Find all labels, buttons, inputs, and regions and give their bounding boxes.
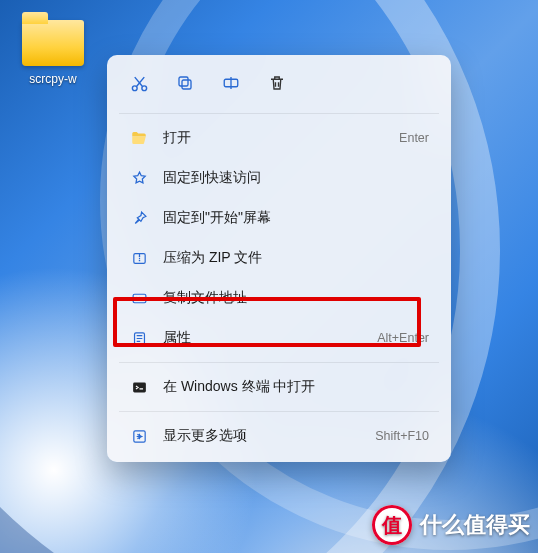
properties-icon xyxy=(129,328,149,348)
delete-button[interactable] xyxy=(257,63,297,103)
menu-compress-zip[interactable]: 压缩为 ZIP 文件 xyxy=(115,238,443,278)
separator xyxy=(119,411,439,412)
menu-label: 显示更多选项 xyxy=(163,427,375,445)
svg-rect-8 xyxy=(133,382,146,392)
watermark-badge: 值 什么值得买 xyxy=(372,505,530,545)
context-menu: 打开 Enter 固定到快速访问 固定到"开始"屏幕 压缩为 ZIP 文件 复制… xyxy=(107,55,451,462)
zip-icon xyxy=(129,248,149,268)
menu-label: 复制文件地址 xyxy=(163,289,429,307)
rename-button[interactable] xyxy=(211,63,251,103)
svg-rect-3 xyxy=(179,77,188,86)
menu-shortcut: Alt+Enter xyxy=(377,331,429,345)
menu-label: 固定到"开始"屏幕 xyxy=(163,209,429,227)
context-toolbar xyxy=(111,63,447,109)
menu-label: 打开 xyxy=(163,129,399,147)
svg-point-0 xyxy=(132,85,137,90)
menu-label: 固定到快速访问 xyxy=(163,169,429,187)
cut-button[interactable] xyxy=(119,63,159,103)
rename-icon xyxy=(222,74,240,92)
watermark-icon: 值 xyxy=(372,505,412,545)
more-options-icon xyxy=(129,426,149,446)
menu-pin-quick-access[interactable]: 固定到快速访问 xyxy=(115,158,443,198)
folder-icon xyxy=(22,20,84,66)
menu-properties[interactable]: 属性 Alt+Enter xyxy=(115,318,443,358)
cut-icon xyxy=(130,74,149,93)
pin-icon xyxy=(129,208,149,228)
separator xyxy=(119,113,439,114)
star-pin-icon xyxy=(129,168,149,188)
separator xyxy=(119,362,439,363)
menu-shortcut: Shift+F10 xyxy=(375,429,429,443)
menu-show-more[interactable]: 显示更多选项 Shift+F10 xyxy=(115,416,443,456)
svg-point-1 xyxy=(141,85,146,90)
menu-pin-start[interactable]: 固定到"开始"屏幕 xyxy=(115,198,443,238)
path-icon xyxy=(129,288,149,308)
watermark-text: 什么值得买 xyxy=(420,510,530,540)
folder-open-icon xyxy=(129,128,149,148)
menu-label: 在 Windows 终端 中打开 xyxy=(163,378,429,396)
svg-rect-2 xyxy=(182,80,191,89)
terminal-icon xyxy=(129,377,149,397)
menu-open[interactable]: 打开 Enter xyxy=(115,118,443,158)
menu-label: 属性 xyxy=(163,329,377,347)
folder-label: scrcpy-w xyxy=(18,72,88,86)
delete-icon xyxy=(268,74,286,92)
menu-shortcut: Enter xyxy=(399,131,429,145)
copy-icon xyxy=(176,74,194,92)
desktop-folder[interactable]: scrcpy-w xyxy=(18,20,88,86)
menu-copy-path[interactable]: 复制文件地址 xyxy=(115,278,443,318)
menu-open-terminal[interactable]: 在 Windows 终端 中打开 xyxy=(115,367,443,407)
menu-label: 压缩为 ZIP 文件 xyxy=(163,249,429,267)
copy-button[interactable] xyxy=(165,63,205,103)
